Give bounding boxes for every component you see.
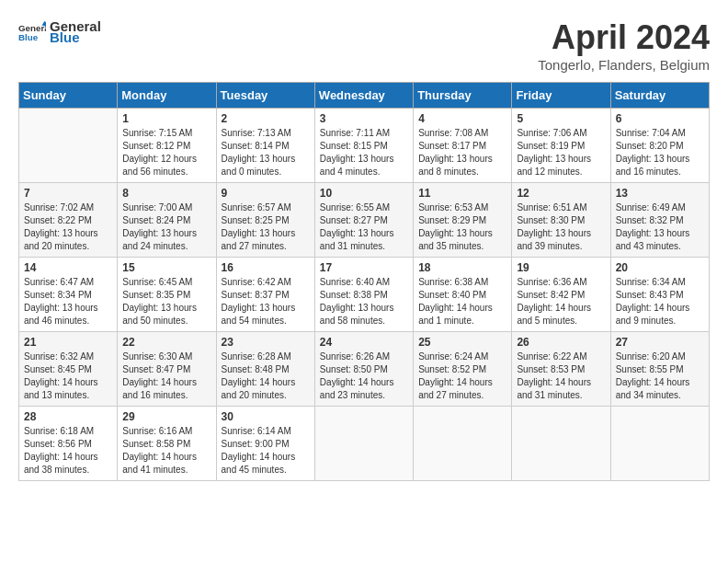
day-number: 26: [517, 336, 605, 349]
day-cell: 6Sunrise: 7:04 AM Sunset: 8:20 PM Daylig…: [610, 109, 709, 183]
day-cell: 23Sunrise: 6:28 AM Sunset: 8:48 PM Dayli…: [216, 332, 314, 407]
day-number: 25: [418, 336, 506, 349]
day-cell: 17Sunrise: 6:40 AM Sunset: 8:38 PM Dayli…: [314, 258, 413, 332]
day-cell: 12Sunrise: 6:51 AM Sunset: 8:30 PM Dayli…: [512, 183, 610, 258]
day-content: Sunrise: 6:32 AM Sunset: 8:45 PM Dayligh…: [24, 350, 112, 402]
day-content: Sunrise: 6:22 AM Sunset: 8:53 PM Dayligh…: [517, 350, 605, 402]
day-content: Sunrise: 7:00 AM Sunset: 8:24 PM Dayligh…: [122, 201, 210, 253]
day-cell: 27Sunrise: 6:20 AM Sunset: 8:55 PM Dayli…: [610, 332, 709, 407]
day-content: Sunrise: 6:24 AM Sunset: 8:52 PM Dayligh…: [418, 350, 506, 402]
day-content: Sunrise: 6:14 AM Sunset: 9:00 PM Dayligh…: [222, 425, 310, 477]
day-cell: 21Sunrise: 6:32 AM Sunset: 8:45 PM Dayli…: [19, 332, 118, 407]
day-number: 18: [418, 261, 506, 274]
header-sunday: Sunday: [19, 83, 118, 109]
day-content: Sunrise: 6:47 AM Sunset: 8:34 PM Dayligh…: [24, 276, 112, 327]
day-content: Sunrise: 6:57 AM Sunset: 8:25 PM Dayligh…: [222, 201, 310, 253]
week-row-3: 14Sunrise: 6:47 AM Sunset: 8:34 PM Dayli…: [19, 258, 710, 332]
day-cell: [610, 407, 709, 481]
location-text: Tongerlo, Flanders, Belgium: [538, 57, 710, 73]
day-content: Sunrise: 6:55 AM Sunset: 8:27 PM Dayligh…: [320, 201, 408, 253]
svg-text:Blue: Blue: [18, 32, 39, 42]
day-cell: 8Sunrise: 7:00 AM Sunset: 8:24 PM Daylig…: [118, 183, 216, 258]
day-cell: 20Sunrise: 6:34 AM Sunset: 8:43 PM Dayli…: [610, 258, 709, 332]
day-number: 30: [222, 410, 310, 423]
logo-icon: General Blue: [18, 18, 46, 46]
day-content: Sunrise: 6:51 AM Sunset: 8:30 PM Dayligh…: [517, 201, 605, 253]
day-content: Sunrise: 6:36 AM Sunset: 8:42 PM Dayligh…: [517, 276, 605, 327]
day-cell: 26Sunrise: 6:22 AM Sunset: 8:53 PM Dayli…: [512, 332, 610, 407]
day-number: 24: [320, 336, 408, 349]
logo: General Blue General Blue: [18, 18, 101, 46]
day-cell: 2Sunrise: 7:13 AM Sunset: 8:14 PM Daylig…: [216, 109, 314, 183]
day-number: 15: [122, 261, 210, 274]
day-number: 1: [122, 112, 210, 125]
day-number: 11: [418, 187, 506, 200]
day-content: Sunrise: 6:16 AM Sunset: 8:58 PM Dayligh…: [122, 425, 210, 477]
day-cell: 3Sunrise: 7:11 AM Sunset: 8:15 PM Daylig…: [314, 109, 413, 183]
week-row-2: 7Sunrise: 7:02 AM Sunset: 8:22 PM Daylig…: [19, 183, 710, 258]
header-wednesday: Wednesday: [314, 83, 413, 109]
header-monday: Monday: [118, 83, 216, 109]
day-number: 7: [24, 187, 112, 200]
day-number: 27: [616, 336, 704, 349]
title-block: April 2024 Tongerlo, Flanders, Belgium: [538, 18, 710, 73]
day-number: 17: [320, 261, 408, 274]
day-cell: 29Sunrise: 6:16 AM Sunset: 8:58 PM Dayli…: [118, 407, 216, 481]
day-content: Sunrise: 6:20 AM Sunset: 8:55 PM Dayligh…: [616, 350, 704, 402]
day-cell: [19, 109, 118, 183]
header-friday: Friday: [512, 83, 610, 109]
day-number: 5: [517, 112, 605, 125]
day-number: 12: [517, 187, 605, 200]
day-content: Sunrise: 7:02 AM Sunset: 8:22 PM Dayligh…: [24, 201, 112, 253]
day-cell: [314, 407, 413, 481]
day-cell: 10Sunrise: 6:55 AM Sunset: 8:27 PM Dayli…: [314, 183, 413, 258]
day-cell: 22Sunrise: 6:30 AM Sunset: 8:47 PM Dayli…: [118, 332, 216, 407]
day-cell: 4Sunrise: 7:08 AM Sunset: 8:17 PM Daylig…: [414, 109, 512, 183]
day-content: Sunrise: 6:28 AM Sunset: 8:48 PM Dayligh…: [222, 350, 310, 402]
header-saturday: Saturday: [610, 83, 709, 109]
day-content: Sunrise: 6:38 AM Sunset: 8:40 PM Dayligh…: [418, 276, 506, 327]
day-number: 23: [222, 336, 310, 349]
day-cell: 9Sunrise: 6:57 AM Sunset: 8:25 PM Daylig…: [216, 183, 314, 258]
day-content: Sunrise: 6:49 AM Sunset: 8:32 PM Dayligh…: [616, 201, 704, 253]
week-row-5: 28Sunrise: 6:18 AM Sunset: 8:56 PM Dayli…: [19, 407, 710, 481]
day-number: 14: [24, 261, 112, 274]
day-number: 8: [122, 187, 210, 200]
day-cell: 24Sunrise: 6:26 AM Sunset: 8:50 PM Dayli…: [314, 332, 413, 407]
day-content: Sunrise: 6:42 AM Sunset: 8:37 PM Dayligh…: [222, 276, 310, 327]
day-content: Sunrise: 7:11 AM Sunset: 8:15 PM Dayligh…: [320, 127, 408, 178]
week-row-1: 1Sunrise: 7:15 AM Sunset: 8:12 PM Daylig…: [19, 109, 710, 183]
day-number: 19: [517, 261, 605, 274]
day-content: Sunrise: 6:53 AM Sunset: 8:29 PM Dayligh…: [418, 201, 506, 253]
day-number: 22: [122, 336, 210, 349]
day-number: 9: [222, 187, 310, 200]
day-cell: [512, 407, 610, 481]
day-number: 20: [616, 261, 704, 274]
day-content: Sunrise: 6:30 AM Sunset: 8:47 PM Dayligh…: [122, 350, 210, 402]
day-cell: 14Sunrise: 6:47 AM Sunset: 8:34 PM Dayli…: [19, 258, 118, 332]
header-thursday: Thursday: [414, 83, 512, 109]
day-number: 16: [222, 261, 310, 274]
day-number: 3: [320, 112, 408, 125]
calendar-header-row: SundayMondayTuesdayWednesdayThursdayFrid…: [19, 83, 710, 109]
day-content: Sunrise: 7:13 AM Sunset: 8:14 PM Dayligh…: [222, 127, 310, 178]
day-cell: 5Sunrise: 7:06 AM Sunset: 8:19 PM Daylig…: [512, 109, 610, 183]
day-content: Sunrise: 6:45 AM Sunset: 8:35 PM Dayligh…: [122, 276, 210, 327]
day-cell: 13Sunrise: 6:49 AM Sunset: 8:32 PM Dayli…: [610, 183, 709, 258]
day-cell: 7Sunrise: 7:02 AM Sunset: 8:22 PM Daylig…: [19, 183, 118, 258]
day-content: Sunrise: 7:04 AM Sunset: 8:20 PM Dayligh…: [616, 127, 704, 178]
day-number: 4: [418, 112, 506, 125]
day-content: Sunrise: 6:26 AM Sunset: 8:50 PM Dayligh…: [320, 350, 408, 402]
day-number: 10: [320, 187, 408, 200]
header-tuesday: Tuesday: [216, 83, 314, 109]
day-cell: 1Sunrise: 7:15 AM Sunset: 8:12 PM Daylig…: [118, 109, 216, 183]
page-header: General Blue General Blue April 2024 Ton…: [18, 18, 710, 73]
day-cell: 18Sunrise: 6:38 AM Sunset: 8:40 PM Dayli…: [414, 258, 512, 332]
day-number: 2: [222, 112, 310, 125]
day-content: Sunrise: 7:08 AM Sunset: 8:17 PM Dayligh…: [418, 127, 506, 178]
day-number: 28: [24, 410, 112, 423]
day-cell: 15Sunrise: 6:45 AM Sunset: 8:35 PM Dayli…: [118, 258, 216, 332]
day-content: Sunrise: 6:34 AM Sunset: 8:43 PM Dayligh…: [616, 276, 704, 327]
calendar-table: SundayMondayTuesdayWednesdayThursdayFrid…: [18, 82, 710, 481]
day-cell: 11Sunrise: 6:53 AM Sunset: 8:29 PM Dayli…: [414, 183, 512, 258]
